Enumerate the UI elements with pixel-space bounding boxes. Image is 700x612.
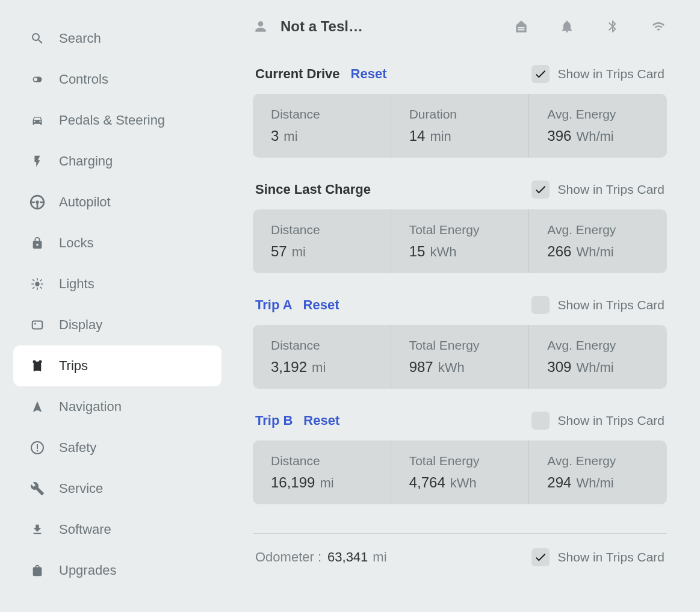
sidebar-item-lights[interactable]: Lights bbox=[0, 264, 235, 304]
odometer-row: Odometer : 63,341 mi Show in Trips Card bbox=[253, 548, 667, 566]
section-title[interactable]: Trip B bbox=[255, 413, 293, 428]
show-label: Show in Trips Card bbox=[558, 182, 664, 197]
odometer-unit: mi bbox=[373, 549, 386, 565]
section-title[interactable]: Trip A bbox=[255, 297, 293, 313]
car-icon bbox=[29, 112, 46, 129]
sidebar-item-controls[interactable]: Controls bbox=[0, 59, 235, 100]
steering-icon bbox=[29, 194, 46, 211]
bell-icon[interactable] bbox=[559, 18, 575, 35]
stat-unit: mi bbox=[312, 360, 326, 376]
section-header: Current DriveResetShow in Trips Card bbox=[253, 65, 667, 83]
stat-unit: kWh bbox=[438, 360, 465, 376]
reset-link[interactable]: Reset bbox=[303, 297, 339, 313]
toggle-icon bbox=[29, 71, 46, 88]
stat-cell: Distance16,199mi bbox=[253, 440, 391, 504]
stat-label: Distance bbox=[271, 223, 373, 237]
alert-icon bbox=[29, 439, 46, 456]
profile-button[interactable]: Not a Tesl… bbox=[253, 18, 363, 35]
odometer-show-toggle[interactable]: Show in Trips Card bbox=[531, 548, 664, 566]
svg-point-7 bbox=[33, 360, 36, 363]
stat-row: Distance3miDuration14minAvg. Energy396Wh… bbox=[253, 94, 667, 158]
show-label: Show in Trips Card bbox=[558, 298, 664, 312]
svg-point-8 bbox=[39, 360, 42, 363]
stat-cell: Distance57mi bbox=[253, 209, 391, 273]
sidebar-item-charging[interactable]: Charging bbox=[0, 141, 235, 182]
sidebar-item-label: Locks bbox=[59, 235, 93, 251]
stat-cell: Total Energy4,764kWh bbox=[391, 440, 530, 504]
divider bbox=[253, 533, 667, 534]
stat-label: Total Energy bbox=[409, 454, 511, 468]
checkbox-icon[interactable] bbox=[531, 548, 550, 566]
sidebar-item-search[interactable]: Search bbox=[0, 18, 235, 59]
checkbox-icon[interactable] bbox=[531, 181, 550, 199]
sidebar-item-label: Display bbox=[59, 317, 102, 333]
stat-value: 14 bbox=[409, 128, 426, 144]
homelink-icon[interactable] bbox=[513, 18, 530, 35]
stat-cell: Distance3mi bbox=[253, 94, 391, 158]
sidebar-item-pedals[interactable]: Pedals & Steering bbox=[0, 100, 235, 141]
stat-unit: Wh/mi bbox=[576, 129, 613, 144]
section-header: Trip BResetShow in Trips Card bbox=[253, 412, 667, 430]
reset-link[interactable]: Reset bbox=[303, 413, 339, 428]
section-header: Since Last ChargeShow in Trips Card bbox=[253, 181, 667, 199]
bluetooth-icon[interactable] bbox=[604, 18, 621, 35]
stat-label: Avg. Energy bbox=[547, 454, 649, 468]
stat-unit: mi bbox=[292, 244, 306, 260]
sidebar-item-display[interactable]: Display bbox=[0, 304, 235, 345]
reset-link[interactable]: Reset bbox=[351, 66, 387, 82]
sidebar-item-trips[interactable]: Trips bbox=[13, 345, 221, 386]
show-label: Show in Trips Card bbox=[558, 413, 664, 428]
show-in-card-toggle[interactable]: Show in Trips Card bbox=[531, 412, 664, 430]
stat-value: 3 bbox=[271, 128, 279, 144]
stat-value: 15 bbox=[409, 243, 426, 260]
stat-unit: kWh bbox=[450, 475, 477, 491]
stat-value: 3,192 bbox=[271, 359, 307, 376]
trips-icon bbox=[29, 357, 46, 374]
lock-icon bbox=[29, 235, 46, 252]
sidebar-item-label: Navigation bbox=[59, 399, 122, 415]
stat-row: Distance16,199miTotal Energy4,764kWhAvg.… bbox=[253, 440, 667, 504]
trip-section: Trip AResetShow in Trips CardDistance3,1… bbox=[253, 296, 667, 389]
stat-cell: Distance3,192mi bbox=[253, 325, 391, 389]
stat-value: 309 bbox=[547, 359, 571, 376]
stat-cell: Avg. Energy309Wh/mi bbox=[529, 325, 667, 389]
svg-point-4 bbox=[35, 282, 39, 286]
sidebar-item-label: Controls bbox=[59, 72, 108, 87]
sidebar-item-label: Charging bbox=[59, 153, 113, 169]
sidebar-item-software[interactable]: Software bbox=[0, 509, 235, 550]
sidebar-item-autopilot[interactable]: Autopilot bbox=[0, 182, 235, 223]
checkbox-icon[interactable] bbox=[531, 412, 550, 430]
stat-cell: Avg. Energy266Wh/mi bbox=[529, 209, 667, 273]
trip-section: Since Last ChargeShow in Trips CardDista… bbox=[253, 181, 667, 273]
show-in-card-toggle[interactable]: Show in Trips Card bbox=[531, 181, 664, 199]
checkbox-icon[interactable] bbox=[531, 296, 550, 314]
show-in-card-toggle[interactable]: Show in Trips Card bbox=[531, 296, 664, 314]
section-title: Since Last Charge bbox=[255, 182, 371, 197]
profile-name: Not a Tesl… bbox=[280, 18, 363, 35]
person-icon bbox=[253, 18, 270, 35]
svg-point-6 bbox=[34, 323, 36, 325]
download-icon bbox=[29, 521, 46, 538]
sidebar: Search Controls Pedals & Steering Chargi… bbox=[0, 0, 235, 612]
checkbox-icon[interactable] bbox=[531, 65, 550, 83]
stat-label: Avg. Energy bbox=[547, 107, 649, 122]
odometer-label: Odometer : bbox=[255, 549, 321, 565]
sidebar-item-locks[interactable]: Locks bbox=[0, 223, 235, 264]
search-icon bbox=[29, 30, 46, 47]
display-icon bbox=[29, 317, 46, 333]
show-label: Show in Trips Card bbox=[558, 550, 664, 564]
sidebar-item-label: Safety bbox=[59, 440, 96, 456]
section-header: Trip AResetShow in Trips Card bbox=[253, 296, 667, 314]
show-in-card-toggle[interactable]: Show in Trips Card bbox=[531, 65, 664, 83]
stat-unit: Wh/mi bbox=[576, 475, 613, 491]
stat-cell: Avg. Energy396Wh/mi bbox=[529, 94, 667, 158]
sidebar-item-upgrades[interactable]: Upgrades bbox=[0, 550, 235, 591]
stat-label: Total Energy bbox=[409, 338, 511, 353]
sidebar-item-service[interactable]: Service bbox=[0, 468, 235, 509]
sidebar-item-label: Software bbox=[59, 522, 111, 537]
bag-icon bbox=[29, 562, 46, 579]
sidebar-item-safety[interactable]: Safety bbox=[0, 427, 235, 468]
wifi-icon[interactable] bbox=[650, 18, 667, 35]
sidebar-item-navigation[interactable]: Navigation bbox=[0, 386, 235, 427]
section-title: Current Drive bbox=[255, 66, 340, 82]
